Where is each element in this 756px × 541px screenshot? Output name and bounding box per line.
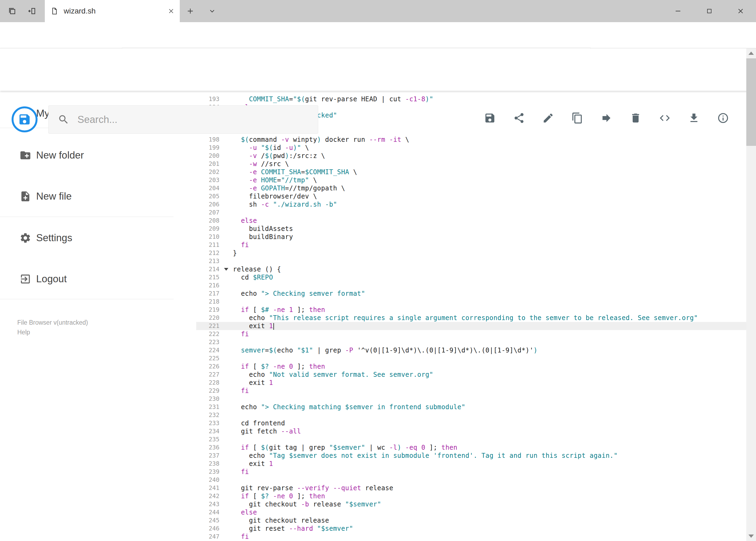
- code-line[interactable]: 215 cd $REPO: [196, 273, 746, 281]
- code-line[interactable]: 201 -w //src \: [196, 160, 746, 168]
- sidebar-item-settings[interactable]: Settings: [0, 227, 173, 249]
- code-line[interactable]: 243 git checkout -b release "$semver": [196, 500, 746, 508]
- filebrowser-logo[interactable]: [12, 106, 38, 132]
- code-line[interactable]: 210 buildBinary: [196, 233, 746, 241]
- code-line[interactable]: 247 fi: [196, 533, 746, 541]
- code-line[interactable]: 233 cd frontend: [196, 419, 746, 427]
- code-line[interactable]: 212}: [196, 249, 746, 257]
- code-line[interactable]: 236 if [ $(git tag | grep "$semver" | wc…: [196, 443, 746, 452]
- search-box[interactable]: [48, 105, 318, 134]
- code-line[interactable]: 222 fi: [196, 330, 746, 338]
- code-line[interactable]: 231 echo "> Checking matching $semver in…: [196, 403, 746, 411]
- code-line[interactable]: 244 else: [196, 508, 746, 516]
- code-line[interactable]: 219 if [ $# -ne 1 ]; then: [196, 306, 746, 314]
- code-line[interactable]: 235: [196, 435, 746, 443]
- code-line[interactable]: 207: [196, 209, 746, 217]
- code-line[interactable]: 226 if [ $? -ne 0 ]; then: [196, 362, 746, 370]
- code-line[interactable]: 213: [196, 257, 746, 265]
- code-line[interactable]: 205 filebrowser/dev \: [196, 192, 746, 201]
- code-line[interactable]: 200 -v /$(pwd):/src:z \: [196, 152, 746, 160]
- download-button[interactable]: [684, 109, 703, 128]
- code-line[interactable]: 232: [196, 411, 746, 419]
- sidebar-item-logout[interactable]: Logout: [0, 268, 173, 290]
- code-text: fi: [233, 533, 249, 541]
- scrollbar-thumb[interactable]: [746, 58, 756, 146]
- code-line[interactable]: 221 exit 1: [196, 322, 746, 330]
- edit-button[interactable]: [539, 109, 558, 128]
- code-line[interactable]: 238 exit 1: [196, 460, 746, 468]
- help-link[interactable]: Help: [17, 327, 30, 337]
- browser-tab-strip: wizard.sh: [0, 0, 756, 22]
- code-line[interactable]: 229 fi: [196, 387, 746, 395]
- move-button[interactable]: [597, 109, 616, 128]
- code-text: if [ $# -ne 1 ]; then: [233, 306, 325, 314]
- search-input[interactable]: [77, 114, 293, 126]
- code-line[interactable]: 204 -e GOPATH=//tmp/gopath \: [196, 184, 746, 192]
- code-line[interactable]: 237 echo "Tag $semver does not exist in …: [196, 452, 746, 460]
- fold-gutter: [219, 525, 233, 533]
- tab-list-button[interactable]: [205, 4, 219, 18]
- code-line[interactable]: 224 semver=$(echo "$1" | grep -P '^v(0|[…: [196, 346, 746, 354]
- code-line[interactable]: 223: [196, 338, 746, 346]
- line-number: 213: [196, 257, 219, 265]
- code-text: exit 1: [233, 322, 274, 330]
- raw-code-button[interactable]: [655, 109, 674, 128]
- scrollbar-down-arrow-icon[interactable]: [748, 535, 754, 538]
- line-number: 202: [196, 168, 219, 176]
- fold-gutter: [219, 217, 233, 225]
- code-line[interactable]: 230: [196, 395, 746, 403]
- code-line[interactable]: 217 echo "> Checking semver format": [196, 289, 746, 297]
- code-line[interactable]: 218: [196, 297, 746, 306]
- code-line[interactable]: 245 git checkout release: [196, 516, 746, 525]
- code-editor[interactable]: 193 COMMIT_SHA="$(git rev-parse HEAD | c…: [196, 91, 746, 541]
- fold-gutter: [219, 354, 233, 362]
- code-line[interactable]: 206 sh -c "./wizard.sh -b": [196, 201, 746, 209]
- code-line[interactable]: 239 fi: [196, 468, 746, 476]
- code-line[interactable]: 246 git reset --hard "$semver": [196, 525, 746, 533]
- page-scrollbar[interactable]: [746, 48, 756, 541]
- download-icon: [688, 112, 700, 124]
- new-tab-button[interactable]: [183, 4, 197, 18]
- line-number: 226: [196, 362, 219, 370]
- window-close-button[interactable]: [727, 0, 754, 22]
- window-maximize-button[interactable]: [696, 0, 723, 22]
- share-button[interactable]: [510, 109, 529, 128]
- code-text: -v /$(pwd):/src:z \: [233, 152, 325, 160]
- code-line[interactable]: 203 -e HOME="//tmp" \: [196, 176, 746, 184]
- tab-document-icon: [51, 7, 58, 15]
- line-number: 222: [196, 330, 219, 338]
- set-aside-tabs-button[interactable]: [25, 4, 39, 18]
- fold-gutter[interactable]: [219, 265, 233, 273]
- window-minimize-button[interactable]: [664, 0, 691, 22]
- code-line[interactable]: 241 git rev-parse --verify --quiet relea…: [196, 484, 746, 492]
- fold-gutter: [219, 476, 233, 484]
- tab-preview-button[interactable]: [5, 4, 19, 18]
- copy-button[interactable]: [568, 109, 587, 128]
- scrollbar-up-arrow-icon[interactable]: [748, 52, 754, 55]
- save-button[interactable]: [480, 109, 499, 128]
- line-number: 239: [196, 468, 219, 476]
- code-line[interactable]: 209 buildAssets: [196, 225, 746, 233]
- code-text: git checkout release: [233, 516, 329, 525]
- code-line[interactable]: 240: [196, 476, 746, 484]
- code-line[interactable]: 216: [196, 281, 746, 289]
- code-line[interactable]: 234 git fetch --all: [196, 427, 746, 435]
- code-line[interactable]: 211 fi: [196, 241, 746, 249]
- code-text: -e COMMIT_SHA=$COMMIT_SHA \: [233, 168, 357, 176]
- code-line[interactable]: 225: [196, 354, 746, 362]
- browser-tab[interactable]: wizard.sh: [45, 0, 180, 22]
- code-line[interactable]: 208 else: [196, 217, 746, 225]
- code-line[interactable]: 220 echo "This release script requires a…: [196, 314, 746, 322]
- code-line[interactable]: 199 -u "$(id -u)" \: [196, 144, 746, 152]
- sidebar-item-new-file[interactable]: New file: [0, 186, 173, 207]
- code-line[interactable]: 202 -e COMMIT_SHA=$COMMIT_SHA \: [196, 168, 746, 176]
- code-line[interactable]: 227 echo "Not valid semver format. See s…: [196, 370, 746, 379]
- fold-arrow-icon[interactable]: [224, 268, 228, 270]
- delete-button[interactable]: [626, 109, 645, 128]
- code-line[interactable]: 214release () {: [196, 265, 746, 273]
- code-line[interactable]: 242 if [ $? -ne 0 ]; then: [196, 492, 746, 500]
- tab-close-icon[interactable]: [168, 8, 174, 14]
- code-line[interactable]: 228 exit 1: [196, 379, 746, 387]
- info-button[interactable]: [714, 109, 732, 128]
- sidebar-item-new-folder[interactable]: New folder: [0, 145, 173, 166]
